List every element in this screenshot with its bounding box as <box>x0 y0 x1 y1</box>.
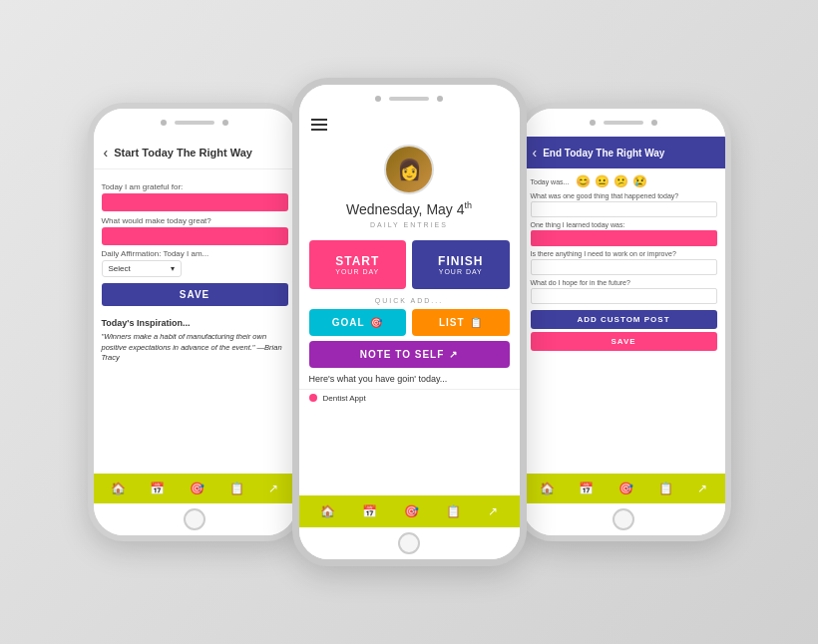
right-phone-bottom <box>523 503 725 535</box>
left-screen-title: Start Today The Right Way <box>114 147 252 159</box>
affirmation-select[interactable]: Select ▾ <box>102 260 182 277</box>
right-camera <box>590 120 596 126</box>
left-speaker <box>175 121 214 125</box>
start-day-button[interactable]: START YOUR DAY <box>309 240 407 289</box>
right-back-arrow-icon[interactable]: ‹ <box>533 145 538 161</box>
note-icon: ↗ <box>449 349 458 360</box>
left-phone-top <box>94 109 296 137</box>
save-button[interactable]: SAVE <box>102 283 288 306</box>
right-screen-title: End Today The Right Way <box>543 148 664 159</box>
center-nav-share-icon[interactable]: ↗ <box>488 504 498 518</box>
dentist-text: Dentist Appt <box>323 394 366 403</box>
inspiration-quote: "Winners make a habit of manufacturing t… <box>102 332 288 364</box>
right-home-button[interactable] <box>613 508 634 530</box>
right-speaker <box>604 121 643 125</box>
list-label: LIST <box>439 317 465 328</box>
daily-entries-label: DAILY ENTRIES <box>370 221 448 228</box>
start-finish-row: START YOUR DAY FINISH YOUR DAY <box>299 232 520 297</box>
nav-home-icon[interactable]: 🏠 <box>111 482 126 495</box>
left-bottom-nav: 🏠 📅 🎯 📋 ↗ <box>94 474 296 503</box>
start-day-sub: YOUR DAY <box>335 268 379 275</box>
list-icon: 📋 <box>470 317 483 328</box>
great-label: What would make today great? <box>102 216 288 225</box>
goal-icon: 🎯 <box>370 317 383 328</box>
right-camera2 <box>651 120 657 126</box>
left-camera <box>161 120 167 126</box>
right-nav-home-icon[interactable]: 🏠 <box>540 482 555 495</box>
center-top-bar <box>299 113 520 137</box>
left-camera2 <box>222 120 228 126</box>
avatar: 👩 <box>384 145 434 194</box>
goal-button[interactable]: GOAL 🎯 <box>309 309 407 336</box>
profile-section: 👩 Wednesday, May 4th DAILY ENTRIES <box>299 137 520 232</box>
center-nav-goal-icon[interactable]: 🎯 <box>404 504 419 518</box>
right-nav-goal-icon[interactable]: 🎯 <box>618 482 633 495</box>
finish-day-button[interactable]: FINISH YOUR DAY <box>412 240 510 289</box>
center-nav-calendar-icon[interactable]: 📅 <box>362 504 377 518</box>
goal-label: GOAL <box>332 317 365 328</box>
quick-add-row: GOAL 🎯 LIST 📋 <box>299 309 520 336</box>
going-today-label: Here's what you have goin' today... <box>299 374 520 384</box>
right-phone: ‹ End Today The Right Way Today was... 😊… <box>517 103 731 541</box>
today-was-label: Today was... <box>531 178 570 185</box>
grateful-input[interactable] <box>102 193 288 211</box>
inspiration-title: Today's Inspiration... <box>102 318 288 328</box>
hamburger-menu-icon[interactable] <box>311 119 327 131</box>
center-home-button[interactable] <box>398 532 420 554</box>
improve-input[interactable] <box>531 259 717 275</box>
right-phone-top <box>523 109 725 137</box>
finish-day-sub: YOUR DAY <box>439 268 483 275</box>
quick-add-label: QUICK ADD... <box>299 297 520 304</box>
right-screen: ‹ End Today The Right Way Today was... 😊… <box>523 137 725 503</box>
learned-label: One thing I learned today was: <box>531 221 717 228</box>
left-content: Today I am grateful for: What would make… <box>94 169 296 474</box>
right-nav-list-icon[interactable]: 📋 <box>658 482 673 495</box>
add-custom-post-button[interactable]: ADD CUSTOM POST <box>531 310 717 329</box>
back-arrow-icon[interactable]: ‹ <box>104 145 109 161</box>
left-phone-bottom <box>94 503 296 535</box>
emoji-row: Today was... 😊 😐 😕 😢 <box>531 174 717 188</box>
left-header: ‹ Start Today The Right Way <box>94 137 296 169</box>
finish-day-main: FINISH <box>438 254 483 268</box>
nav-calendar-icon[interactable]: 📅 <box>150 482 165 495</box>
good-thing-label: What was one good thing that happened to… <box>531 192 717 199</box>
hope-input[interactable] <box>531 288 717 304</box>
note-to-self-button[interactable]: NOTE TO SELF ↗ <box>309 341 510 368</box>
note-label: NOTE TO SELF <box>360 349 445 360</box>
hope-label: What do I hope for in the future? <box>531 279 717 286</box>
center-phone-top <box>299 85 520 113</box>
left-home-button[interactable] <box>184 508 205 530</box>
nav-goal-icon[interactable]: 🎯 <box>190 482 204 495</box>
emoji-neutral[interactable]: 😐 <box>595 174 610 188</box>
emoji-cry[interactable]: 😢 <box>632 174 647 188</box>
improve-label: Is there anything I need to work on or i… <box>531 250 717 257</box>
affirmation-label: Daily Affirmation: Today I am... <box>102 249 288 258</box>
grateful-label: Today I am grateful for: <box>102 182 288 191</box>
great-input[interactable] <box>102 227 288 245</box>
emoji-happy[interactable]: 😊 <box>576 174 591 188</box>
inspiration-section: Today's Inspiration... "Winners make a h… <box>102 314 288 368</box>
right-save-button[interactable]: SAVE <box>531 332 717 351</box>
scene: ‹ Start Today The Right Way Today I am g… <box>0 0 818 644</box>
nav-share-icon[interactable]: ↗ <box>268 482 278 495</box>
right-nav-calendar-icon[interactable]: 📅 <box>579 482 594 495</box>
right-bottom-nav: 🏠 📅 🎯 📋 ↗ <box>523 474 725 503</box>
right-content: Today was... 😊 😐 😕 😢 What was one good t… <box>523 168 725 474</box>
center-speaker <box>389 97 429 101</box>
center-phone: 👩 Wednesday, May 4th DAILY ENTRIES START… <box>292 78 527 566</box>
date-text: Wednesday, May 4th <box>346 200 472 217</box>
learned-input[interactable] <box>531 230 717 246</box>
list-button[interactable]: LIST 📋 <box>412 309 510 336</box>
right-nav-share-icon[interactable]: ↗ <box>697 482 707 495</box>
center-phone-bottom <box>299 527 520 559</box>
center-camera <box>375 96 381 102</box>
dentist-list-item: Dentist Appt <box>299 389 520 407</box>
center-screen: 👩 Wednesday, May 4th DAILY ENTRIES START… <box>299 113 520 527</box>
center-nav-home-icon[interactable]: 🏠 <box>320 504 335 518</box>
right-header: ‹ End Today The Right Way <box>523 137 725 168</box>
chevron-down-icon: ▾ <box>171 264 175 273</box>
center-nav-list-icon[interactable]: 📋 <box>446 504 461 518</box>
good-thing-input[interactable] <box>531 201 717 217</box>
emoji-sad[interactable]: 😕 <box>614 174 628 188</box>
nav-list-icon[interactable]: 📋 <box>229 482 244 495</box>
